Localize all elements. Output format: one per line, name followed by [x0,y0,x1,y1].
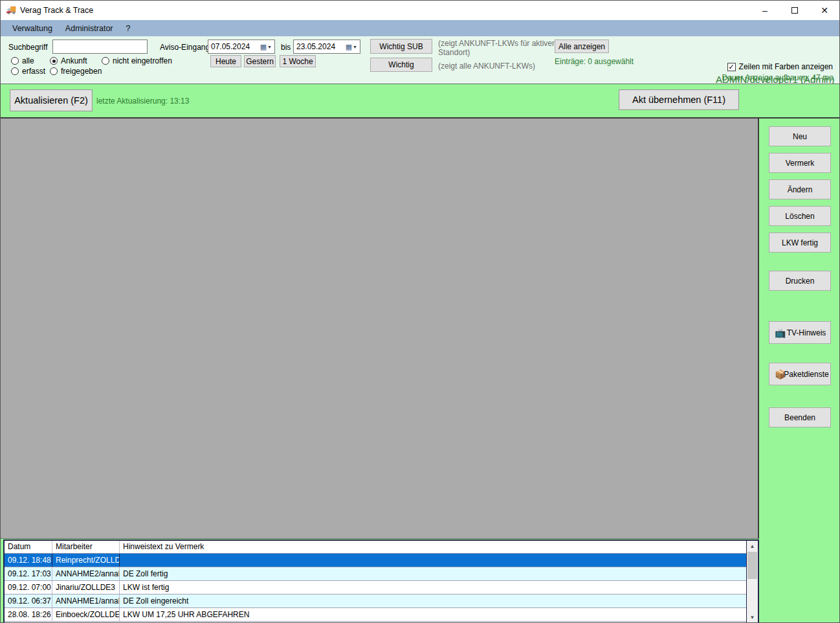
scroll-down-icon[interactable]: ▼ [747,612,758,622]
eine-woche-button[interactable]: 1 Woche [280,55,316,67]
table-body: 09.12. 18:48 Reinprecht/ZOLLDE1 09.12. 1… [5,554,746,622]
table-row[interactable]: 09.12. 17:03 ANNAHME2/annahme2 DE Zoll f… [5,567,746,581]
cell-mitarbeiter: Jinariu/ZOLLDE3 [52,581,120,594]
radio-freigegeben-label: freigegeben [61,67,102,76]
wichtig-sub-button[interactable]: Wichtig SUB [370,39,432,54]
scroll-up-icon[interactable]: ▲ [747,541,758,551]
chevron-down-icon[interactable]: ▼ [267,45,272,49]
cell-datum: 09.12. 06:37 [5,595,52,607]
last-refresh-status: letzte Aktualisierung: 13:13 [96,96,189,106]
app-window: 🚚 Verag Track & Trace – ✕ Verwaltung Adm… [0,0,840,623]
col-hinweistext: Hinweistext zu Vermerk [120,541,746,553]
date-from-value[interactable]: 07.05.2024 [208,42,260,51]
paketdienste-button[interactable]: 📦 Paketdienste [769,363,831,385]
filter-panel: Suchbegriff alle Ankunft nicht eingetrof… [1,36,839,84]
cell-hinweis: LKW ist fertig [120,581,746,594]
col-mitarbeiter: Mitarbeiter [52,541,120,553]
app-truck-icon: 🚚 [6,5,16,14]
vermerk-button[interactable]: Vermerk [769,153,831,173]
beenden-button[interactable]: Beenden [769,407,831,427]
radio-nicht-eingetroffen-label: nicht eingetroffen [113,56,172,65]
color-rows-checkbox-label: Zeilen mit Farben anzeigen [739,62,833,71]
alle-anzeigen-button[interactable]: Alle anzeigen [555,40,609,53]
table-header: Datum Mitarbeiter Hinweistext zu Vermerk [5,541,746,554]
calendar-icon[interactable]: ▦ [346,43,352,51]
radio-ankunft-circle[interactable] [50,57,58,65]
chevron-down-icon[interactable]: ▼ [353,45,357,49]
neu-button[interactable]: Neu [769,126,831,146]
gestern-button[interactable]: Gestern [244,55,276,67]
main-area: Neu Vermerk Ändern Löschen LKW fertig Dr… [1,117,839,623]
radio-nicht-eingetroffen-circle[interactable] [102,57,109,65]
date-to-value[interactable]: 23.05.2024 [294,42,346,51]
cell-mitarbeiter: ANNAHME1/annahme1 [52,595,120,607]
cell-mitarbeiter: Reinprecht/ZOLLDE1 [52,554,120,567]
scrollbar-thumb[interactable] [747,552,757,579]
minimize-icon[interactable]: – [750,1,780,20]
cell-datum: 09.12. 17:03 [5,567,52,580]
table-row[interactable]: 09.12. 06:37 ANNAHME1/annahme1 DE Zoll e… [5,595,746,608]
content-canvas [1,119,759,539]
radio-alle-label: alle [22,56,34,65]
cell-datum: 28.08. 18:26 [5,608,52,621]
bis-label: bis [281,43,291,52]
cell-mitarbeiter: Einboeck/ZOLLDE2 [52,608,120,621]
tv-icon: 📺 [775,328,786,338]
radio-erfasst[interactable]: erfasst [11,67,45,76]
tv-hinweis-button[interactable]: 📺 TV-Hinweis [769,321,831,344]
table-row[interactable]: 09.12. 18:48 Reinprecht/ZOLLDE1 [5,554,746,567]
menu-help[interactable]: ? [120,21,137,36]
titlebar: 🚚 Verag Track & Trace – ✕ [1,1,839,20]
menu-verwaltung[interactable]: Verwaltung [6,21,59,36]
radio-freigegeben[interactable]: freigegeben [50,67,102,76]
wichtig-sub-hint: (zeigt ANKUNFT-LKWs für aktiven Standort… [438,39,558,57]
aktualisieren-button[interactable]: Aktualisieren (F2) [10,89,93,111]
table-row[interactable]: 09.12. 07:00 Jinariu/ZOLLDE3 LKW ist fer… [5,581,746,595]
cell-hinweis: LKW UM 17,25 UHR ABGEFAHREN [120,608,746,621]
color-rows-checkbox-row[interactable]: ✓ Zeilen mit Farben anzeigen [727,62,833,71]
action-bar: Aktualisieren (F2) letzte Aktualisierung… [1,84,839,117]
radio-ankunft[interactable]: Ankunft [50,56,87,65]
duration-status: Dauer Anzeige aufbauen: 47 ms [722,73,833,82]
heute-button[interactable]: Heute [210,55,241,67]
radio-alle-circle[interactable] [11,57,19,65]
menubar: Verwaltung Administrator ? [1,20,839,36]
date-from-picker[interactable]: 07.05.2024 ▦ ▼ [208,40,275,54]
cell-hinweis: DE Zoll fertig [120,567,746,580]
eintraege-status: Einträge: 0 ausgewählt [555,57,634,66]
cell-hinweis: DE Zoll eingereicht [120,595,746,607]
radio-alle[interactable]: alle [11,56,34,65]
cell-datum: 09.12. 07:00 [5,581,52,594]
aendern-button[interactable]: Ändern [769,179,831,199]
search-input[interactable] [52,40,148,54]
window-title: Verag Track & Trace [20,6,93,15]
radio-erfasst-label: erfasst [22,67,45,76]
cell-hinweis [120,554,746,567]
cell-datum: 09.12. 18:48 [5,554,52,567]
color-rows-checkbox[interactable]: ✓ [727,63,736,71]
col-datum: Datum [5,541,52,553]
tv-hinweis-label: TV-Hinweis [787,328,826,337]
calendar-icon[interactable]: ▦ [260,43,267,51]
close-icon[interactable]: ✕ [810,1,839,20]
vermerk-table: Datum Mitarbeiter Hinweistext zu Vermerk… [3,539,759,623]
maximize-icon[interactable] [780,1,810,20]
date-to-picker[interactable]: 23.05.2024 ▦ ▼ [293,40,360,54]
menu-administrator[interactable]: Administrator [59,21,120,36]
radio-freigegeben-circle[interactable] [50,67,58,75]
radio-ankunft-label: Ankunft [61,56,87,65]
window-controls: – ✕ [750,1,839,20]
radio-erfasst-circle[interactable] [11,67,19,75]
wichtig-button[interactable]: Wichtig [370,58,432,72]
aviso-eingang-label: Aviso-Eingang [160,43,210,52]
cell-mitarbeiter: ANNAHME2/annahme2 [52,567,120,580]
loeschen-button[interactable]: Löschen [769,206,831,226]
akt-uebernehmen-button[interactable]: Akt übernehmen (F11) [619,89,739,110]
table-row[interactable]: 28.08. 18:26 Einboeck/ZOLLDE2 LKW UM 17,… [5,608,746,622]
radio-nicht-eingetroffen[interactable]: nicht eingetroffen [102,56,172,65]
paketdienste-label: Paketdienste [784,370,828,379]
table-scrollbar[interactable]: ▲ ▼ [746,541,758,622]
drucken-button[interactable]: Drucken [769,271,831,291]
lkw-fertig-button[interactable]: LKW fertig [769,232,831,253]
wichtig-hint: (zeigt alle ANKUNFT-LKWs) [438,62,568,71]
